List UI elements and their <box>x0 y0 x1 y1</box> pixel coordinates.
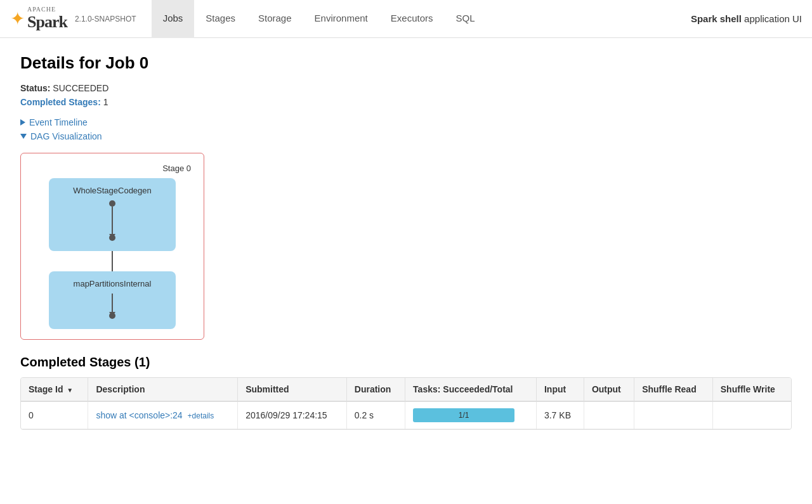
th-submitted: Submitted <box>238 378 347 401</box>
navbar: ✦ APACHE Spark 2.1.0-SNAPSHOT Jobs Stage… <box>0 0 812 38</box>
status-label: Status: <box>20 83 50 93</box>
th-shuffle-read: Shuffle Read <box>634 378 713 401</box>
triangle-down-icon <box>20 134 27 139</box>
event-timeline-toggle[interactable]: Event Timeline <box>20 117 792 127</box>
nav-item-executors[interactable]: Executors <box>379 0 445 38</box>
dag-wholestagecodegen-box: WholeStageCodegen <box>49 178 176 251</box>
completed-stages-table-wrapper: Stage Id ▼ Description Submitted Duratio… <box>20 377 792 430</box>
cell-description: show at <console>:24 +details <box>88 401 238 429</box>
status-line: Status: SUCCEEDED <box>20 83 792 93</box>
dag-connector-line <box>112 251 113 271</box>
arrow-down-icon <box>109 234 115 238</box>
completed-stages-line: Completed Stages: 1 <box>20 97 792 107</box>
dag-container: Stage 0 WholeStageCodegen mapPartitionsI… <box>20 153 204 340</box>
page-title: Details for Job 0 <box>20 53 792 73</box>
completed-stages-label: Completed Stages: <box>20 97 101 107</box>
nav-item-storage[interactable]: Storage <box>247 0 303 38</box>
th-description: Description <box>88 378 238 401</box>
nav-item-stages[interactable]: Stages <box>194 0 247 38</box>
tasks-progress-bar: 1/1 <box>413 408 514 422</box>
details-link[interactable]: +details <box>188 411 214 420</box>
arrow-down-icon-2 <box>109 312 115 316</box>
logo-text-group: APACHE Spark <box>27 6 67 32</box>
cell-output <box>584 401 634 429</box>
th-tasks: Tasks: Succeeded/Total <box>405 378 537 401</box>
spark-wordmark: APACHE Spark <box>27 6 67 31</box>
cell-tasks: 1/1 <box>405 401 537 429</box>
status-value: SUCCEEDED <box>53 83 108 93</box>
nav-link-storage[interactable]: Storage <box>247 0 303 38</box>
cell-shuffle-write <box>712 401 791 429</box>
description-link[interactable]: show at <console>:24 <box>96 410 182 420</box>
completed-stages-link[interactable]: Completed Stages: <box>20 97 103 107</box>
brand: ✦ APACHE Spark 2.1.0-SNAPSHOT <box>10 6 136 32</box>
nav-link-environment[interactable]: Environment <box>303 0 379 38</box>
dag-section: DAG Visualization <box>20 131 792 141</box>
wholestagecodegen-label: WholeStageCodegen <box>59 186 166 195</box>
spark-version: 2.1.0-SNAPSHOT <box>75 15 136 23</box>
dag-toggle[interactable]: DAG Visualization <box>20 131 792 141</box>
nav-link-jobs[interactable]: Jobs <box>152 0 195 38</box>
nav-item-jobs[interactable]: Jobs <box>152 0 195 38</box>
progress-bar-text: 1/1 <box>413 411 514 420</box>
table-header: Stage Id ▼ Description Submitted Duratio… <box>21 378 791 401</box>
cell-duration: 0.2 s <box>346 401 405 429</box>
table-body: 0 show at <console>:24 +details 2016/09/… <box>21 401 791 429</box>
th-duration: Duration <box>346 378 405 401</box>
table-header-row: Stage Id ▼ Description Submitted Duratio… <box>21 378 791 401</box>
spark-logo: ✦ APACHE Spark 2.1.0-SNAPSHOT <box>10 6 136 32</box>
completed-stages-table: Stage Id ▼ Description Submitted Duratio… <box>21 378 791 429</box>
sort-icon: ▼ <box>67 387 73 394</box>
th-shuffle-write: Shuffle Write <box>712 378 791 401</box>
event-timeline-section: Event Timeline <box>20 117 792 127</box>
completed-stages-value: 1 <box>103 97 108 107</box>
main-content: Details for Job 0 Status: SUCCEEDED Comp… <box>0 38 812 445</box>
table-row: 0 show at <console>:24 +details 2016/09/… <box>21 401 791 429</box>
th-stage-id[interactable]: Stage Id ▼ <box>21 378 88 401</box>
app-title: Spark shell application UI <box>691 13 802 24</box>
completed-stages-heading: Completed Stages (1) <box>20 355 792 370</box>
app-title-bold: Spark shell <box>691 13 742 24</box>
dag-dot-top <box>109 200 115 207</box>
cell-input: 3.7 KB <box>536 401 584 429</box>
spark-star-icon: ✦ <box>10 10 25 28</box>
nav-item-sql[interactable]: SQL <box>444 0 486 38</box>
app-title-rest: application UI <box>742 13 802 24</box>
th-input: Input <box>536 378 584 401</box>
nav-item-environment[interactable]: Environment <box>303 0 379 38</box>
triangle-right-icon <box>20 119 25 126</box>
stage-label: Stage 0 <box>31 164 193 173</box>
dag-mappartitions-box: mapPartitionsInternal <box>49 271 176 329</box>
th-output: Output <box>584 378 634 401</box>
dag-inner: WholeStageCodegen mapPartitionsInternal <box>31 178 193 329</box>
dag-nodes-top <box>59 200 166 241</box>
nav-link-executors[interactable]: Executors <box>379 0 445 38</box>
cell-submitted: 2016/09/29 17:24:15 <box>238 401 347 429</box>
event-timeline-label: Event Timeline <box>29 117 88 127</box>
cell-stage-id: 0 <box>21 401 88 429</box>
nav-link-sql[interactable]: SQL <box>444 0 486 38</box>
mappartitions-label: mapPartitionsInternal <box>59 279 166 288</box>
cell-shuffle-read <box>634 401 713 429</box>
dag-nodes-bottom <box>59 294 166 319</box>
dag-label: DAG Visualization <box>30 131 102 141</box>
nav-link-stages[interactable]: Stages <box>194 0 247 38</box>
nav-tabs: Jobs Stages Storage Environment Executor… <box>152 0 487 38</box>
